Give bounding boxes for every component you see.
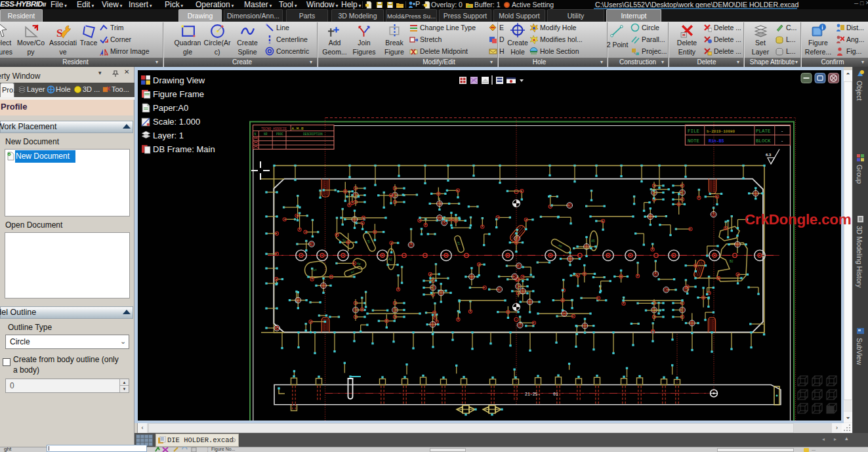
svg-text:Figure Frame: Figure Frame <box>153 89 204 99</box>
svg-text:-: - <box>781 138 783 144</box>
svg-text:A5: A5 <box>591 239 595 243</box>
svg-text:DB Frame: Main: DB Frame: Main <box>153 144 215 154</box>
svg-text:NR: NR <box>264 133 268 136</box>
svg-text:b-2019-10080: b-2019-10080 <box>707 129 735 134</box>
svg-text:PROC: PROC <box>276 133 283 136</box>
svg-text:B2: B2 <box>730 260 734 263</box>
svg-text:N: N <box>255 133 257 136</box>
svg-text:Scale: 1.000: Scale: 1.000 <box>153 117 200 127</box>
svg-text:FILE: FILE <box>688 129 700 134</box>
svg-text:Paper:A0: Paper:A0 <box>153 103 188 113</box>
svg-text:i: i <box>821 24 823 31</box>
svg-text:TECNO ASSOCIE: TECNO ASSOCIE <box>261 127 287 131</box>
svg-text:PLATE: PLATE <box>756 129 771 134</box>
svg-text:BLOCK: BLOCK <box>756 138 771 144</box>
svg-text:Layer: 1: Layer: 1 <box>153 131 184 140</box>
svg-text:21-25-: 21-25- <box>525 392 540 397</box>
svg-text:6.3: 6.3 <box>766 153 772 157</box>
svg-text:Rin-BS: Rin-BS <box>709 139 724 144</box>
svg-text:DESCRIPTION: DESCRIPTION <box>303 133 323 136</box>
svg-text:S: S <box>56 26 63 39</box>
svg-text:01: 01 <box>553 392 558 397</box>
svg-text:NOTE: NOTE <box>688 138 700 144</box>
svg-text:Drawing View: Drawing View <box>153 75 205 85</box>
svg-text:-: - <box>781 129 783 134</box>
svg-text:A2: A2 <box>388 258 392 261</box>
svg-text:A.M.R: A.M.R <box>292 127 304 131</box>
